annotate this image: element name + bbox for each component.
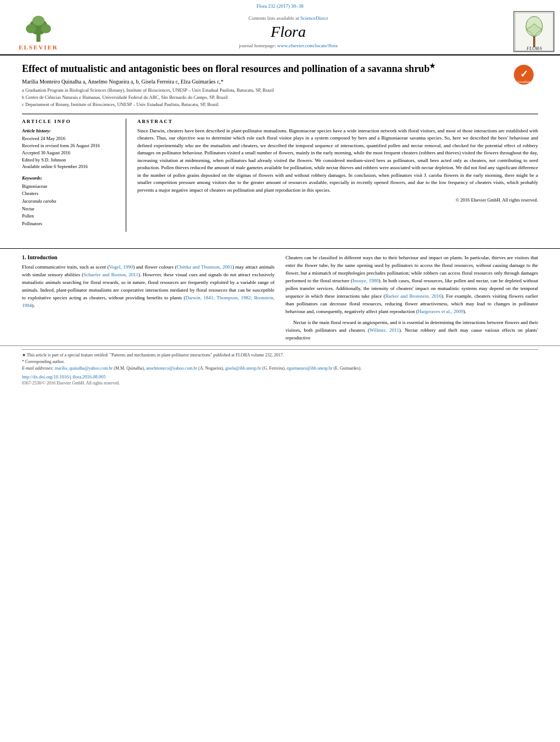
ref-chittka[interactable]: Chittka and Thomson, 2001 bbox=[177, 264, 232, 270]
article-info-heading: ARTICLE INFO bbox=[22, 119, 119, 124]
title-star: ★ bbox=[429, 62, 435, 70]
journal-title: Flora bbox=[71, 23, 505, 41]
crossmark-icon: ✓ CrossMark bbox=[513, 64, 534, 85]
abstract-text: Since Darwin, cheaters have been describ… bbox=[137, 127, 538, 194]
article-title: Effect of mutualistic and antagonistic b… bbox=[22, 62, 508, 75]
journal-header: Flora 232 (2017) 30–38 ELSEVIER Contents… bbox=[0, 0, 560, 55]
elsevier-logo: ELSEVIER bbox=[5, 13, 71, 51]
interactions-word: interactions bbox=[337, 293, 360, 299]
history-label: Article history: bbox=[22, 127, 119, 135]
journal-citation-bar: Flora 232 (2017) 30–38 bbox=[0, 3, 560, 9]
sciencedirect-text: Contents lists available at ScienceDirec… bbox=[71, 15, 505, 21]
affiliation-b: b Centro de Ciências Naturais e Humanas,… bbox=[22, 94, 508, 101]
received-date: Received 24 May 2016 bbox=[22, 135, 119, 142]
svg-text:FLORA: FLORA bbox=[526, 46, 542, 51]
sciencedirect-link[interactable]: ScienceDirect bbox=[300, 15, 328, 21]
affiliation-a: a Graduation Program in Biological Scien… bbox=[22, 87, 508, 94]
ref-vogel[interactable]: Vogel, 1990 bbox=[109, 264, 133, 270]
keyword-4: Nectar bbox=[22, 205, 119, 213]
body-col-left: 1. Introduction Floral communicative tra… bbox=[22, 254, 275, 345]
keyword-3: Jacaranda caroba bbox=[22, 198, 119, 205]
footnote-corresponding: * Corresponding author. bbox=[22, 359, 538, 365]
svg-text:CrossMark: CrossMark bbox=[517, 80, 531, 83]
body-col-right: Cheaters can be classified in different … bbox=[285, 254, 538, 345]
flora-logo-icon: FLORA bbox=[515, 13, 553, 51]
journal-homepage: journal homepage: www.elsevier.com/locat… bbox=[71, 43, 505, 48]
svg-text:✓: ✓ bbox=[520, 69, 528, 80]
doi-line: http://dx.doi.org/10.1016/j.flora.2016.0… bbox=[0, 372, 560, 381]
keyword-2: Cheaters bbox=[22, 190, 119, 198]
intro-para-3: Nectar is the main floral reward in angi… bbox=[285, 319, 538, 342]
article-title-block: Effect of mutualistic and antagonistic b… bbox=[22, 62, 508, 110]
homepage-url[interactable]: www.elsevier.com/locate/flora bbox=[277, 43, 338, 48]
elsevier-label: ELSEVIER bbox=[19, 44, 58, 51]
intro-para-2: Cheaters can be classified in different … bbox=[285, 254, 538, 316]
section-divider bbox=[0, 248, 560, 249]
introduction-title: 1. Introduction bbox=[22, 254, 275, 260]
email-quinalha[interactable]: marilia_quinalha@yahoo.com.br bbox=[55, 366, 113, 371]
ref-barker[interactable]: Barker and Bronstein, 2016 bbox=[385, 293, 441, 299]
email-nogueira[interactable]: anselmoneco@yahoo.com.br bbox=[146, 366, 197, 371]
footnotes: ★ This article is part of a special feat… bbox=[0, 345, 560, 372]
ref-darwin[interactable]: Darwin, 1841; Thompson, 1982; Bronstein,… bbox=[22, 295, 275, 308]
article-content: Effect of mutualistic and antagonistic b… bbox=[0, 55, 560, 243]
email-ferreira[interactable]: gisela@ibb.unesp.br bbox=[225, 366, 261, 371]
svg-point-3 bbox=[41, 24, 51, 33]
svg-point-4 bbox=[32, 16, 44, 26]
journal-citation: Flora 232 (2017) 30–38 bbox=[256, 3, 304, 9]
doi-link[interactable]: http://dx.doi.org/10.1016/j.flora.2016.0… bbox=[22, 374, 106, 380]
keyword-1: Bignoniaceae bbox=[22, 183, 119, 191]
flora-logo-right: FLORA bbox=[505, 11, 555, 52]
ref-inouye[interactable]: Inouye, 1980 bbox=[352, 278, 379, 283]
article-header: Effect of mutualistic and antagonistic b… bbox=[22, 62, 538, 110]
keywords-list: Bignoniaceae Cheaters Jacaranda caroba N… bbox=[22, 183, 119, 228]
edited-by: Edited by S.D. Johnson bbox=[22, 157, 119, 164]
email-guimaraes[interactable]: eguimaraes@ibb.unesp.br bbox=[287, 366, 332, 371]
author-affiliations: a Graduation Program in Biological Scien… bbox=[22, 87, 508, 108]
accepted-date: Accepted 30 August 2016 bbox=[22, 149, 119, 157]
crossmark: ✓ CrossMark bbox=[513, 64, 538, 86]
copyright-notice: © 2016 Elsevier GmbH. All rights reserve… bbox=[137, 197, 538, 203]
intro-para-1: Floral communicative traits, such as sce… bbox=[22, 264, 275, 310]
abstract-column: ABSTRACT Since Darwin, cheaters have bee… bbox=[137, 119, 538, 232]
issn-line: 0367-2530/© 2016 Elsevier GmbH. All righ… bbox=[0, 381, 560, 389]
article-history: Article history: Received 24 May 2016 Re… bbox=[22, 127, 119, 171]
ref-willmer[interactable]: Willmer, 2011 bbox=[369, 327, 399, 333]
keyword-5: Pollen bbox=[22, 213, 119, 220]
ref-schaefer[interactable]: Schaefer and Ruxton, 2011 bbox=[83, 272, 138, 277]
footnote-star: ★ This article is part of a special feat… bbox=[22, 352, 538, 359]
introduction-text-left: Floral communicative traits, such as sce… bbox=[22, 264, 275, 310]
elsevier-tree-icon bbox=[16, 13, 60, 43]
flora-logo-box: FLORA bbox=[513, 11, 555, 52]
journal-center: Contents lists available at ScienceDirec… bbox=[71, 15, 505, 48]
two-column-section: ARTICLE INFO Article history: Received 2… bbox=[22, 114, 538, 232]
keywords-label: Keywords: bbox=[22, 175, 119, 182]
received-revised-date: Received in revised form 26 August 2016 bbox=[22, 142, 119, 149]
keyword-6: Pollinators bbox=[22, 220, 119, 228]
article-info-column: ARTICLE INFO Article history: Received 2… bbox=[22, 119, 126, 232]
authors-line: Marília Monteiro Quinalha a, Anselmo Nog… bbox=[22, 79, 508, 85]
ref-hargreaves[interactable]: Hargreaves et al., 2009 bbox=[418, 309, 463, 314]
footnote-email: E-mail addresses: marilia_quinalha@yahoo… bbox=[22, 365, 538, 372]
keywords-section: Keywords: Bignoniaceae Cheaters Jacarand… bbox=[22, 175, 119, 227]
abstract-heading: ABSTRACT bbox=[137, 119, 538, 124]
available-online: Available online 6 September 2016 bbox=[22, 163, 119, 170]
svg-point-2 bbox=[26, 24, 36, 33]
introduction-text-right: Cheaters can be classified in different … bbox=[285, 254, 538, 342]
affiliation-c: c Departament of Botany, Institute of Bi… bbox=[22, 101, 508, 108]
body-section: 1. Introduction Floral communicative tra… bbox=[0, 254, 560, 345]
